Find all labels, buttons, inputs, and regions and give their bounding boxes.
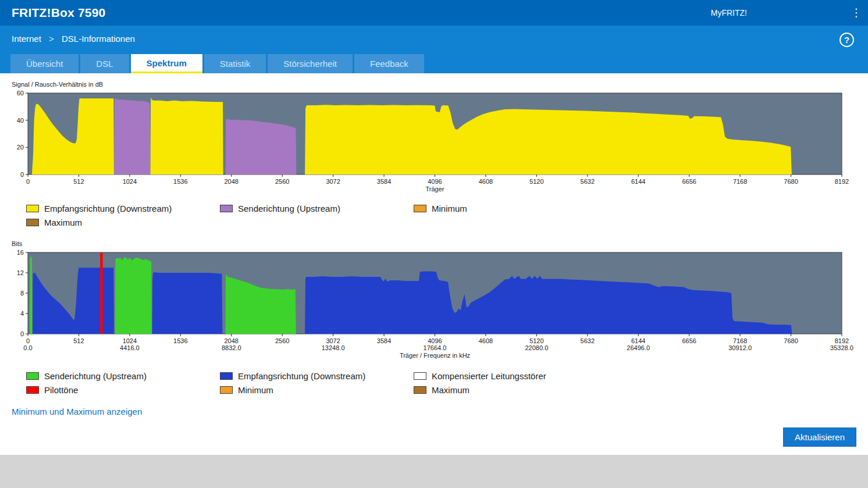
content-area: Signal / Rausch-Verhältnis in dB 0204060… <box>0 73 868 455</box>
x-tick-label: 7680 <box>784 178 798 185</box>
snr-spectrum-chart: 0204060051210241536204825603072358440964… <box>12 90 856 199</box>
x-tick-label: 1024 <box>123 337 137 344</box>
breadcrumb: Internet > DSL-Informationen <box>12 34 135 44</box>
legend-label: Senderichtung (Upstream) <box>238 204 340 213</box>
legend-label: Minimum <box>432 204 467 213</box>
x-tick-label: 1024 <box>123 178 137 185</box>
legend-item: Empfangsrichtung (Downstream) <box>220 371 414 381</box>
x-tick-label: 512 <box>73 337 84 344</box>
y-tick-label: 60 <box>17 90 24 97</box>
app-header: FRITZ!Box 7590 MyFRITZ! ⋮ <box>0 0 868 26</box>
x-tick-label-frequency: 13248.0 <box>322 344 345 351</box>
show-minmax-link[interactable]: Minimum und Maximum anzeigen <box>12 407 142 416</box>
legend-item: Maximum <box>26 218 220 227</box>
x-tick-label-frequency: 22080.0 <box>525 344 548 351</box>
refresh-button[interactable]: Aktualisieren <box>783 428 856 447</box>
x-tick-label-frequency: 26496.0 <box>627 344 650 351</box>
legend-swatch <box>26 219 39 226</box>
x-tick-label: 6144 <box>631 337 645 344</box>
y-tick-label: 0 <box>20 330 24 337</box>
tab-statistik[interactable]: Statistik <box>204 54 266 73</box>
x-tick-label: 4096 <box>428 178 442 185</box>
x-axis-label: Träger <box>426 186 444 193</box>
legend-swatch <box>414 386 426 394</box>
x-tick-label: 3072 <box>326 337 340 344</box>
legend-item: Empfangsrichtung (Downstream) <box>26 204 220 213</box>
x-tick-label: 4608 <box>479 178 493 185</box>
legend-item: Minimum <box>220 385 414 395</box>
x-tick-label: 2048 <box>225 178 239 185</box>
x-tick-label: 3584 <box>377 337 391 344</box>
legend-swatch <box>220 386 233 394</box>
legend-label: Maximum <box>432 385 469 395</box>
chart-canvas: 0204060051210241536204825603072358440964… <box>12 90 856 197</box>
legend-item: Pilottöne <box>26 385 220 395</box>
myfritz-link[interactable]: MyFRITZ! <box>711 8 747 17</box>
tab-uebersicht[interactable]: Übersicht <box>10 54 79 73</box>
legend-item: Maximum <box>414 385 856 395</box>
x-axis-label: Träger / Frequenz in kHz <box>400 352 470 359</box>
help-icon[interactable]: ? <box>839 33 854 47</box>
legend-swatch <box>220 372 233 380</box>
legend-swatch <box>414 205 426 212</box>
bits-spectrum-chart: 0481216051210241536204825603072358440964… <box>12 249 856 366</box>
x-tick-label: 5632 <box>581 178 595 185</box>
legend-item: Kompensierter Leitungsstörer <box>414 371 856 381</box>
x-tick-label: 5120 <box>529 337 543 344</box>
legend-swatch <box>26 386 39 394</box>
app-title[interactable]: FRITZ!Box 7590 <box>12 6 106 20</box>
x-tick-label: 7168 <box>733 178 747 185</box>
legend-label: Maximum <box>44 218 82 227</box>
y-tick-label: 40 <box>17 117 24 124</box>
pilot-tone-marker <box>100 252 102 334</box>
legend-item: Senderichtung (Upstream) <box>220 204 414 213</box>
snr-chart-title: Signal / Rausch-Verhältnis in dB <box>12 73 856 88</box>
x-tick-label: 2560 <box>275 337 289 344</box>
x-tick-label: 5120 <box>529 178 543 185</box>
bits-chart-title: Bits <box>12 227 856 248</box>
tab-feedback[interactable]: Feedback <box>354 54 424 73</box>
x-tick-label: 4096 <box>428 337 442 344</box>
x-tick-label: 7168 <box>733 337 747 344</box>
x-tick-label-frequency: 0.0 <box>23 344 32 351</box>
legend-label: Pilottöne <box>44 385 78 395</box>
breadcrumb-internet[interactable]: Internet <box>12 34 41 44</box>
y-tick-label: 8 <box>20 290 24 297</box>
x-tick-label: 0 <box>26 178 30 185</box>
legend-item: Senderichtung (Upstream) <box>26 371 220 381</box>
legend-label: Minimum <box>238 385 273 395</box>
y-tick-label: 12 <box>17 269 24 276</box>
y-tick-label: 16 <box>17 249 24 256</box>
bits-chart-legend: Senderichtung (Upstream)Empfangsrichtung… <box>26 371 856 395</box>
x-tick-label: 3584 <box>377 178 391 185</box>
x-tick-label: 6656 <box>682 337 696 344</box>
legend-swatch <box>220 205 233 212</box>
x-tick-label-frequency: 17664.0 <box>424 344 447 351</box>
kebab-menu-icon[interactable]: ⋮ <box>851 7 862 19</box>
y-tick-label: 20 <box>17 144 24 151</box>
x-tick-label: 2048 <box>225 337 239 344</box>
tab-spektrum[interactable]: Spektrum <box>131 54 202 73</box>
x-tick-label: 7680 <box>784 337 798 344</box>
x-tick-label: 5632 <box>581 337 595 344</box>
breadcrumb-separator-icon: > <box>49 34 54 44</box>
y-tick-label: 4 <box>20 310 24 317</box>
legend-label: Empfangsrichtung (Downstream) <box>44 204 172 213</box>
x-tick-label: 3072 <box>326 178 340 185</box>
x-tick-label: 2560 <box>275 178 289 185</box>
legend-label: Senderichtung (Upstream) <box>44 371 147 381</box>
tab-dsl[interactable]: DSL <box>80 54 129 73</box>
x-tick-label: 8192 <box>835 337 849 344</box>
legend-label: Kompensierter Leitungsstörer <box>432 371 546 381</box>
page-footer <box>0 455 868 488</box>
legend-swatch <box>26 205 39 212</box>
x-tick-label-frequency: 35328.0 <box>830 344 853 351</box>
x-tick-label: 6144 <box>631 178 645 185</box>
breadcrumb-current: DSL-Informationen <box>62 34 135 44</box>
tab-stoersicherheit[interactable]: Störsicherheit <box>268 54 353 73</box>
x-tick-label: 512 <box>73 178 84 185</box>
x-tick-label-frequency: 4416.0 <box>120 344 140 351</box>
chart-canvas: 0481216051210241536204825603072358440964… <box>12 249 856 364</box>
legend-label: Empfangsrichtung (Downstream) <box>238 371 365 381</box>
x-tick-label-frequency: 8832.0 <box>222 344 241 351</box>
